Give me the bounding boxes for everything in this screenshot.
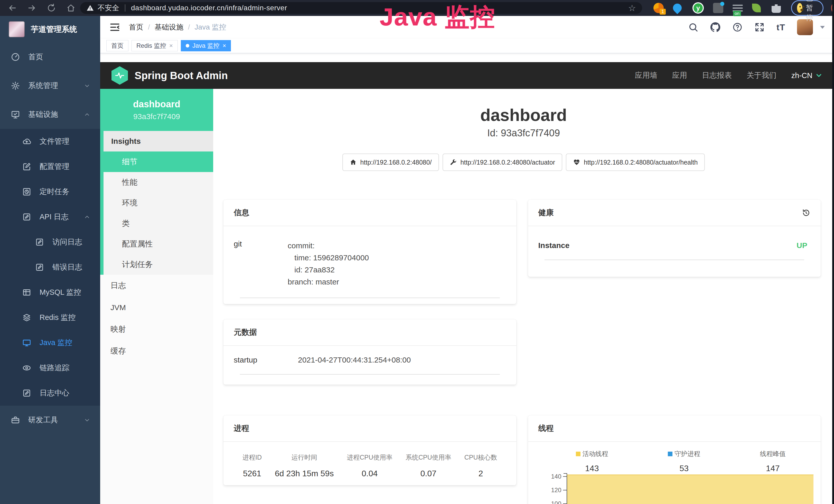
- extension-list-icon[interactable]: on: [732, 3, 743, 13]
- actuator-url-button[interactable]: http://192.168.0.2:48080/actuator: [443, 154, 562, 171]
- sidebar-toggle-icon[interactable]: [109, 22, 120, 32]
- sidebar-item-java-monitor[interactable]: Java 监控: [0, 330, 100, 356]
- sidebar-item-label: 文件管理: [40, 136, 69, 146]
- process-col-value: 0.04: [347, 469, 393, 478]
- gear-icon: [11, 81, 20, 90]
- font-size-icon[interactable]: tT: [776, 22, 785, 32]
- chevron-down-icon: [815, 72, 823, 79]
- bookmark-star-icon[interactable]: ☆: [628, 4, 636, 12]
- sba-menu-environment[interactable]: 环境: [104, 192, 213, 213]
- extension-leaf-icon[interactable]: [752, 3, 762, 13]
- wrench-icon: [450, 159, 457, 166]
- sidebar-item-api-logs[interactable]: API 日志: [0, 204, 100, 230]
- clock-square-icon: [22, 187, 31, 197]
- git-time-line: time: 1596289704000: [288, 252, 369, 264]
- sidebar-submenu-infrastructure: 文件管理 配置管理 定时任务 API 日志 访问日志: [0, 129, 100, 406]
- process-col-label: 进程ID: [242, 453, 262, 462]
- sidebar-item-access-logs[interactable]: 访问日志: [0, 230, 100, 255]
- paused-profile-button[interactable]: 已暂停: [791, 0, 824, 16]
- tab-close-icon[interactable]: ×: [169, 43, 173, 49]
- sidebar-item-home[interactable]: 首页: [0, 43, 100, 71]
- tab-java-monitor[interactable]: Java 监控 ×: [181, 40, 231, 51]
- address-bar[interactable]: 不安全 dashboard.yudao.iocoder.cn/infra/adm…: [80, 2, 642, 14]
- sba-menu-config-props[interactable]: 配置属性: [104, 234, 213, 254]
- info-row-label: git: [234, 239, 288, 288]
- sidebar-item-dev-tools[interactable]: 研发工具: [0, 406, 100, 434]
- tab-close-icon[interactable]: ×: [222, 43, 226, 49]
- extension-orange-icon[interactable]: 1: [654, 3, 664, 13]
- sba-menu-classes[interactable]: 类: [104, 213, 213, 234]
- process-col-label: 运行时间: [275, 453, 334, 462]
- sba-menu-jvm[interactable]: JVM: [100, 297, 213, 318]
- threads-card-title: 线程: [528, 415, 821, 442]
- sba-brand-title[interactable]: Spring Boot Admin: [135, 70, 228, 82]
- help-icon[interactable]: [732, 22, 743, 32]
- sba-nav-applications[interactable]: 应用: [672, 70, 687, 81]
- system-cpu-col: 系统CPU使用率 0.07: [405, 453, 451, 478]
- threads-chart: 140 120 100: [536, 473, 816, 504]
- sba-menu-mappings[interactable]: 映射: [100, 318, 213, 340]
- extension-pin-icon[interactable]: [673, 3, 683, 13]
- sidebar-item-mysql-monitor[interactable]: MySQL 监控: [0, 280, 100, 305]
- sidebar-item-label: 基础设施: [28, 109, 58, 120]
- sba-menu-metrics[interactable]: 性能: [104, 172, 213, 192]
- sidebar-item-redis-monitor[interactable]: Redis 监控: [0, 305, 100, 330]
- tab-home[interactable]: 首页: [106, 40, 128, 51]
- breadcrumb-home[interactable]: 首页: [129, 22, 143, 32]
- sidebar-item-config-management[interactable]: 配置管理: [0, 154, 100, 179]
- sidebar-item-system[interactable]: 系统管理: [0, 71, 100, 100]
- process-col-label: CPU核心数: [464, 453, 497, 462]
- url-text[interactable]: dashboard.yudao.iocoder.cn/infra/admin-s…: [131, 4, 287, 12]
- search-icon[interactable]: [688, 22, 698, 32]
- chevron-up-icon: [84, 214, 90, 220]
- health-instance-row[interactable]: Instance UP: [539, 226, 811, 250]
- sidebar-item-infrastructure[interactable]: 基础设施: [0, 100, 100, 129]
- sidebar-item-log-center[interactable]: 日志中心: [0, 381, 100, 406]
- tab-label: 首页: [111, 42, 124, 50]
- sidebar-logo-row[interactable]: 芋道管理系统: [0, 16, 100, 43]
- instance-header[interactable]: dashboard 93a3fc7f7409: [100, 89, 213, 131]
- extensions-puzzle-icon[interactable]: [772, 4, 781, 13]
- sidebar-item-error-logs[interactable]: 错误日志: [0, 255, 100, 280]
- divider: [545, 259, 805, 260]
- sidebar-item-label: 日志中心: [40, 388, 69, 398]
- table-icon: [22, 288, 31, 297]
- history-icon[interactable]: [802, 208, 810, 217]
- security-label[interactable]: 不安全: [97, 3, 119, 13]
- github-icon[interactable]: [710, 22, 721, 32]
- forward-icon[interactable]: [27, 3, 37, 13]
- tab-redis-monitor[interactable]: Redis 监控 ×: [132, 40, 178, 51]
- sba-nav-about[interactable]: 关于我们: [747, 70, 776, 81]
- sidebar-item-tracing[interactable]: 链路追踪: [0, 356, 100, 381]
- process-col-label: 系统CPU使用率: [405, 453, 451, 462]
- sba-menu-scheduled-tasks[interactable]: 计划任务: [104, 254, 213, 275]
- sidebar-item-file-management[interactable]: 文件管理: [0, 129, 100, 154]
- user-menu-caret-icon[interactable]: [820, 26, 825, 29]
- home-icon[interactable]: [66, 3, 75, 13]
- fullscreen-icon[interactable]: [754, 22, 765, 32]
- extension-y-icon[interactable]: y: [693, 2, 704, 14]
- process-columns: 进程ID 5261 运行时间 6d 23h 15m 59s: [234, 442, 506, 478]
- sba-nav-journal[interactable]: 日志报表: [702, 70, 732, 81]
- sba-language-select[interactable]: zh-CN: [791, 71, 823, 80]
- tab-label: Redis 监控: [136, 42, 166, 50]
- sba-nav-wallboard[interactable]: 应用墙: [635, 70, 657, 81]
- eye-icon: [22, 363, 31, 372]
- cards-right-column: 健康 Instance UP: [528, 200, 821, 504]
- sba-menu-caches[interactable]: 缓存: [100, 340, 213, 362]
- sidebar-item-scheduled-jobs[interactable]: 定时任务: [0, 179, 100, 204]
- health-card: 健康 Instance UP: [528, 200, 821, 277]
- service-url-button[interactable]: http://192.168.0.2:48080/: [343, 154, 439, 171]
- extension-grid-icon[interactable]: [713, 3, 723, 13]
- info-card-title: 信息: [223, 200, 516, 226]
- breadcrumb-infrastructure[interactable]: 基础设施: [155, 22, 183, 32]
- back-icon[interactable]: [8, 3, 17, 13]
- sba-menu-details[interactable]: 细节: [104, 152, 213, 172]
- reload-icon[interactable]: [47, 3, 56, 13]
- spring-boot-admin-logo[interactable]: [111, 66, 128, 85]
- chevron-down-icon: [84, 83, 90, 89]
- sba-menu-logs[interactable]: 日志: [100, 275, 213, 297]
- sba-nav: 应用墙 应用 日志报表 关于我们 zh-CN: [635, 70, 823, 81]
- threads-legend: 活动线程 143 守护进程: [531, 442, 818, 473]
- health-url-button[interactable]: http://192.168.0.2:48080/actuator/health: [566, 154, 705, 171]
